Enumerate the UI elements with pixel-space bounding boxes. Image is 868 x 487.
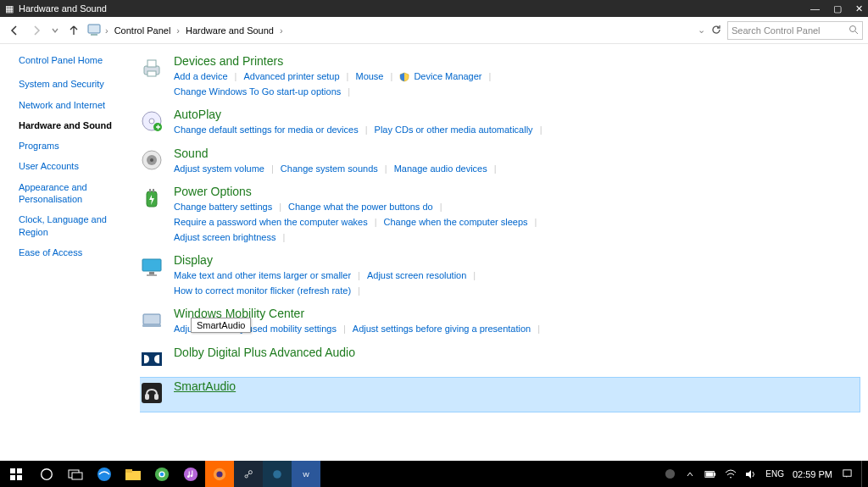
link-divider: | xyxy=(494,162,497,177)
svg-rect-25 xyxy=(10,468,15,473)
maximize-button[interactable]: ▢ xyxy=(833,3,842,14)
task-link[interactable]: Mouse xyxy=(355,69,383,85)
window-title: Hardware and Sound xyxy=(19,3,107,14)
sound-icon[interactable] xyxy=(140,148,164,172)
sidebar-item-system-and-security[interactable]: System and Security xyxy=(19,78,131,90)
task-link[interactable]: Add a device xyxy=(174,69,228,85)
link-divider: | xyxy=(375,215,377,230)
forward-button[interactable] xyxy=(27,21,46,40)
chevron-right-icon[interactable]: › xyxy=(176,25,180,36)
start-button[interactable] xyxy=(0,461,32,487)
link-divider: | xyxy=(358,284,360,299)
taskbar-app-generic1[interactable] xyxy=(263,461,292,487)
svg-point-50 xyxy=(665,469,675,479)
category-title-link[interactable]: Devices and Printers xyxy=(174,54,283,68)
tray-clock[interactable]: 02:59 PM xyxy=(793,469,832,479)
link-divider: | xyxy=(279,200,281,215)
taskbar-app-word[interactable]: W xyxy=(292,461,320,487)
category-title-link[interactable]: Sound xyxy=(174,147,208,160)
taskbar-app-chrome[interactable] xyxy=(147,461,176,487)
sidebar-item-user-accounts[interactable]: User Accounts xyxy=(19,160,131,172)
taskbar-app-itunes[interactable] xyxy=(176,461,205,487)
task-link[interactable]: Make text and other items larger or smal… xyxy=(174,268,351,284)
task-link[interactable]: Change system sounds xyxy=(281,162,378,177)
sidebar-item-network-and-internet[interactable]: Network and Internet xyxy=(19,99,131,111)
chevron-right-icon[interactable]: › xyxy=(280,25,283,36)
back-button[interactable] xyxy=(5,21,24,40)
task-link[interactable]: Adjust settings before giving a presenta… xyxy=(353,322,531,337)
tray-wifi-icon[interactable] xyxy=(725,468,737,480)
minimize-button[interactable]: — xyxy=(810,3,820,14)
display-icon[interactable] xyxy=(140,255,164,279)
svg-rect-15 xyxy=(153,189,154,192)
tray-chevron-up-icon[interactable] xyxy=(684,468,696,480)
tray-language[interactable]: ENG xyxy=(765,469,784,479)
svg-rect-28 xyxy=(17,475,22,480)
task-link[interactable]: How to correct monitor flicker (refresh … xyxy=(174,284,351,299)
category-devices-and-printers: Devices and PrintersAdd a device|Advance… xyxy=(140,53,860,106)
svg-point-40 xyxy=(191,474,193,477)
task-link[interactable]: Change Windows To Go start-up options xyxy=(174,85,341,100)
taskbar-app-edge[interactable] xyxy=(90,461,119,487)
tray-battery-icon[interactable] xyxy=(704,468,716,480)
power-icon[interactable] xyxy=(140,186,164,210)
category-title-link[interactable]: Display xyxy=(174,253,213,267)
search-placeholder: Search Control Panel xyxy=(732,25,821,36)
taskbar-app-firefox[interactable] xyxy=(205,461,234,487)
sidebar-item-appearance-and-personalisation[interactable]: Appearance and Personalisation xyxy=(19,181,131,206)
sidebar-item-ease-of-access[interactable]: Ease of Access xyxy=(19,246,131,258)
task-link[interactable]: Change when the computer sleeps xyxy=(384,215,528,230)
tray-volume-icon[interactable] xyxy=(745,468,757,480)
category-title-link[interactable]: Dolby Digital Plus Advanced Audio xyxy=(174,346,355,359)
sidebar: Control Panel Home System and SecurityNe… xyxy=(0,44,140,461)
dolby-icon[interactable] xyxy=(140,347,164,371)
sidebar-item-clock-language-and-region[interactable]: Clock, Language and Region xyxy=(19,213,131,238)
show-desktop-button[interactable] xyxy=(861,461,865,487)
task-link[interactable]: Change battery settings xyxy=(174,200,272,215)
task-link[interactable]: Advanced printer setup xyxy=(243,69,339,85)
category-title-link[interactable]: AutoPlay xyxy=(174,108,221,121)
breadcrumb-hardware-and-sound[interactable]: Hardware and Sound xyxy=(183,24,276,37)
svg-rect-0 xyxy=(88,25,100,33)
refresh-button[interactable] xyxy=(710,24,722,37)
task-link[interactable]: Require a password when the computer wak… xyxy=(174,215,368,230)
tray-notifications-icon[interactable] xyxy=(841,468,853,480)
task-link[interactable]: Change default settings for media or dev… xyxy=(174,123,359,138)
taskbar-app-steam[interactable] xyxy=(234,461,263,487)
cortana-button[interactable] xyxy=(32,461,61,487)
close-button[interactable]: ✕ xyxy=(855,3,863,14)
autoplay-icon[interactable] xyxy=(140,109,164,133)
svg-point-12 xyxy=(150,158,153,162)
svg-rect-27 xyxy=(10,475,15,480)
task-link[interactable]: Adjust screen resolution xyxy=(367,268,466,284)
sidebar-item-programs[interactable]: Programs xyxy=(19,140,131,152)
tray-steam-icon[interactable] xyxy=(664,468,676,480)
link-divider: | xyxy=(347,69,349,85)
smartaudio-icon[interactable] xyxy=(140,381,164,405)
search-input[interactable]: Search Control Panel xyxy=(727,21,863,40)
task-link[interactable]: Device Manager xyxy=(399,69,481,85)
svg-rect-53 xyxy=(706,472,714,476)
taskbar-app-explorer[interactable] xyxy=(119,461,147,487)
task-link[interactable]: Adjust system volume xyxy=(174,162,264,177)
link-divider: | xyxy=(385,162,387,177)
printer-icon[interactable] xyxy=(140,56,164,80)
svg-rect-54 xyxy=(843,470,850,476)
link-divider: | xyxy=(271,162,274,177)
task-link[interactable]: Manage audio devices xyxy=(394,162,487,177)
sidebar-home[interactable]: Control Panel Home xyxy=(19,54,131,66)
sidebar-item-hardware-and-sound[interactable]: Hardware and Sound xyxy=(19,119,131,131)
breadcrumb-control-panel[interactable]: Control Panel xyxy=(112,24,174,37)
recent-dropdown[interactable] xyxy=(49,21,61,40)
category-title-link[interactable]: SmartAudio xyxy=(174,379,236,393)
mobility-icon[interactable] xyxy=(140,308,164,332)
task-link[interactable]: Adjust screen brightness xyxy=(174,230,275,246)
history-dropdown-icon[interactable]: ⌄ xyxy=(698,25,705,36)
task-link[interactable]: Play CDs or other media automatically xyxy=(375,123,533,138)
svg-rect-22 xyxy=(142,383,162,403)
task-link[interactable]: Change what the power buttons do xyxy=(288,200,433,215)
chevron-right-icon[interactable]: › xyxy=(105,25,108,36)
category-title-link[interactable]: Power Options xyxy=(174,185,252,198)
task-view-button[interactable] xyxy=(61,461,90,487)
up-button[interactable] xyxy=(64,21,83,40)
